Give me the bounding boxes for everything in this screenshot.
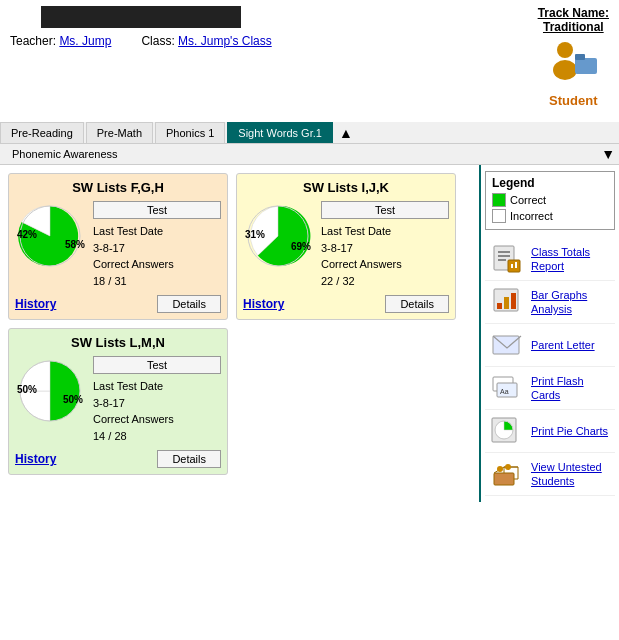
card-lmn-pie: 50% 50% [15,356,85,426]
sidebar: Legend Correct Incorrect [479,165,619,502]
tabs-row: Pre-Reading Pre-Math Phonics 1 Sight Wor… [0,122,619,144]
svg-rect-2 [575,58,597,74]
class-label: Class: Ms. Jump's Class [141,34,271,48]
svg-point-26 [505,464,511,470]
student-label: Student [549,93,597,108]
details-btn-lmn[interactable]: Details [157,450,221,468]
test-btn-lmn[interactable]: Test [93,356,221,374]
sub-tab-scroll-down[interactable]: ▼ [601,146,615,162]
report-icon [489,243,525,275]
svg-rect-3 [575,54,585,60]
tabs-scroll-up[interactable]: ▲ [339,125,353,141]
legend-correct-color [492,193,506,207]
history-link-ijk[interactable]: History [243,297,284,311]
legend-incorrect-color [492,209,506,223]
sidebar-label-parent-letter: Parent Letter [531,338,595,352]
details-btn-fgh[interactable]: Details [157,295,221,313]
teacher-link[interactable]: Ms. Jump [59,34,111,48]
card-lmn-info: Last Test Date 3-8-17 Correct Answers 14… [93,378,221,444]
card-fgh-info: Last Test Date 3-8-17 Correct Answers 18… [93,223,221,289]
sidebar-label-class-totals: Class Totals Report [531,245,611,274]
sidebar-item-untested-students[interactable]: View Untested Students [485,453,615,496]
card-ijk-pie: 31% 69% [243,201,313,271]
svg-rect-16 [504,297,509,309]
svg-rect-11 [508,260,520,272]
history-link-fgh[interactable]: History [15,297,56,311]
school-banner [41,6,241,28]
student-icon [547,40,599,93]
sidebar-item-bar-graphs[interactable]: Bar Graphs Analysis [485,281,615,324]
svg-rect-24 [494,473,514,485]
legend-incorrect-label: Incorrect [510,210,553,222]
incorrect-pct-ijk: 31% [245,229,265,240]
card-fgh: SW Lists F,G,H 42% 58% [8,173,228,320]
content-area: SW Lists F,G,H 42% 58% [0,165,479,502]
sidebar-label-flash-cards: Print Flash Cards [531,374,611,403]
card-fgh-title: SW Lists F,G,H [15,180,221,195]
cards-grid: SW Lists F,G,H 42% 58% [8,173,471,475]
svg-rect-17 [511,293,516,309]
card-lmn-title: SW Lists L,M,N [15,335,221,350]
svg-point-1 [553,60,577,80]
legend-correct-label: Correct [510,194,546,206]
class-link[interactable]: Ms. Jump's Class [178,34,272,48]
sub-tab-phonemic[interactable]: Phonemic Awareness [4,146,126,162]
incorrect-pct-lmn: 50% [17,384,37,395]
incorrect-pct-fgh: 42% [17,229,37,240]
test-btn-fgh[interactable]: Test [93,201,221,219]
sidebar-label-pie-charts: Print Pie Charts [531,424,608,438]
sub-tab-row: Phonemic Awareness ▼ [0,144,619,165]
teacher-label: Teacher: Ms. Jump [10,34,111,48]
legend-title: Legend [492,176,608,190]
card-ijk-title: SW Lists I,J,K [243,180,449,195]
card-ijk: SW Lists I,J,K 31% 69% [236,173,456,320]
legend-box: Legend Correct Incorrect [485,171,615,230]
correct-pct-lmn: 50% [63,394,83,405]
svg-rect-15 [497,303,502,309]
history-link-lmn[interactable]: History [15,452,56,466]
svg-text:Aa: Aa [500,388,509,395]
pie-icon [489,415,525,447]
svg-point-0 [557,42,573,58]
sidebar-item-print-flash-cards[interactable]: Aa Print Flash Cards [485,367,615,410]
correct-pct-ijk: 69% [291,241,311,252]
tab-phonics[interactable]: Phonics 1 [155,122,225,143]
sidebar-item-parent-letter[interactable]: Parent Letter [485,324,615,367]
students-icon [489,458,525,490]
sidebar-label-bar-graphs: Bar Graphs Analysis [531,288,611,317]
test-btn-ijk[interactable]: Test [321,201,449,219]
sidebar-item-class-totals[interactable]: Class Totals Report [485,238,615,281]
tab-premath[interactable]: Pre-Math [86,122,153,143]
details-btn-ijk[interactable]: Details [385,295,449,313]
card-lmn: SW Lists L,M,N 50% [8,328,228,475]
correct-pct-fgh: 58% [65,239,85,250]
card-fgh-pie: 42% 58% [15,201,85,271]
card-ijk-info: Last Test Date 3-8-17 Correct Answers 22… [321,223,449,289]
tab-sightwords[interactable]: Sight Words Gr.1 [227,122,333,143]
sidebar-label-untested-students: View Untested Students [531,460,611,489]
svg-point-25 [497,466,503,472]
track-name-label: Track Name: Traditional [538,6,609,34]
flash-icon: Aa [489,372,525,404]
tab-prereading[interactable]: Pre-Reading [0,122,84,143]
sidebar-item-print-pie-charts[interactable]: Print Pie Charts [485,410,615,453]
letter-icon [489,329,525,361]
bar-icon [489,286,525,318]
